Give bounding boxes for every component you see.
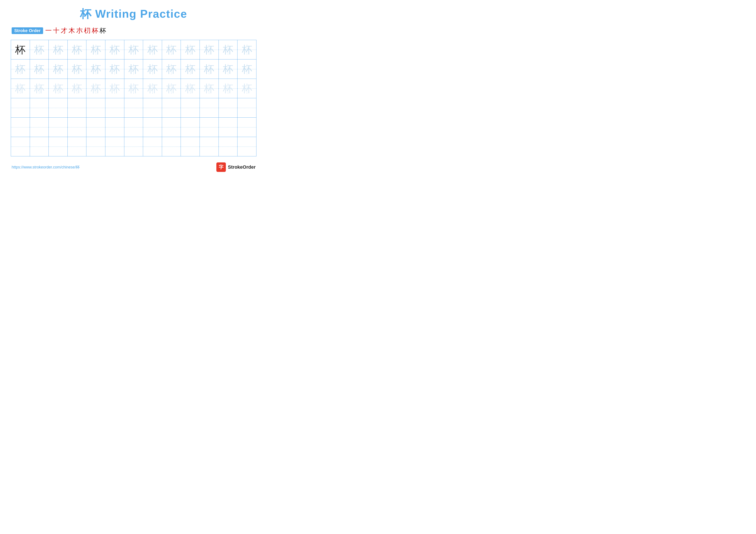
grid-cell[interactable] bbox=[143, 98, 162, 117]
grid-cell[interactable] bbox=[105, 137, 124, 156]
grid-cell[interactable] bbox=[11, 117, 30, 137]
grid-cell[interactable] bbox=[181, 98, 200, 117]
grid-cell[interactable] bbox=[124, 137, 143, 156]
grid-cell[interactable] bbox=[181, 137, 200, 156]
character-light: 杯 bbox=[204, 64, 214, 74]
grid-cell[interactable]: 杯 bbox=[143, 60, 162, 79]
grid-cell[interactable] bbox=[49, 98, 68, 117]
stroke-order-row: Stroke Order 一 十 才 木 朩 朷 杯 杯 bbox=[11, 26, 256, 35]
grid-cell[interactable]: 杯 bbox=[30, 60, 49, 79]
grid-cell[interactable] bbox=[143, 117, 162, 137]
grid-cell[interactable]: 杯 bbox=[181, 79, 200, 98]
grid-cell[interactable]: 杯 bbox=[11, 40, 30, 60]
grid-cell[interactable]: 杯 bbox=[11, 60, 30, 79]
grid-cell[interactable] bbox=[86, 98, 105, 117]
grid-cell[interactable]: 杯 bbox=[49, 79, 68, 98]
character-lighter: 杯 bbox=[91, 83, 101, 94]
grid-cell[interactable] bbox=[68, 117, 86, 137]
grid-cell[interactable] bbox=[11, 137, 30, 156]
grid-cell[interactable] bbox=[124, 117, 143, 137]
grid-cell[interactable]: 杯 bbox=[86, 60, 105, 79]
grid-cell[interactable] bbox=[86, 117, 105, 137]
stroke-step-8: 杯 bbox=[99, 26, 106, 35]
grid-cell[interactable] bbox=[11, 98, 30, 117]
character-light: 杯 bbox=[242, 45, 252, 55]
grid-cell[interactable]: 杯 bbox=[162, 40, 181, 60]
grid-cell[interactable] bbox=[200, 137, 219, 156]
grid-cell[interactable]: 杯 bbox=[105, 40, 124, 60]
grid-cell[interactable]: 杯 bbox=[86, 40, 105, 60]
grid-cell[interactable]: 杯 bbox=[124, 40, 143, 60]
grid-cell[interactable] bbox=[200, 98, 219, 117]
grid-cell[interactable] bbox=[68, 137, 86, 156]
stroke-step-7: 杯 bbox=[92, 26, 98, 35]
grid-cell[interactable] bbox=[86, 137, 105, 156]
stroke-step-6: 朷 bbox=[84, 26, 91, 35]
grid-cell[interactable]: 杯 bbox=[181, 60, 200, 79]
grid-cell[interactable]: 杯 bbox=[162, 79, 181, 98]
grid-cell[interactable]: 杯 bbox=[124, 79, 143, 98]
character-lighter: 杯 bbox=[185, 83, 196, 94]
grid-cell[interactable]: 杯 bbox=[162, 60, 181, 79]
grid-cell[interactable] bbox=[162, 137, 181, 156]
grid-cell[interactable] bbox=[200, 117, 219, 137]
grid-cell[interactable] bbox=[181, 117, 200, 137]
grid-cell[interactable]: 杯 bbox=[200, 60, 219, 79]
grid-cell[interactable] bbox=[30, 137, 49, 156]
character-light: 杯 bbox=[15, 64, 25, 74]
grid-cell[interactable]: 杯 bbox=[200, 40, 219, 60]
grid-cell[interactable] bbox=[162, 117, 181, 137]
grid-cell[interactable]: 杯 bbox=[49, 60, 68, 79]
grid-row-4 bbox=[11, 98, 256, 117]
grid-cell[interactable]: 杯 bbox=[68, 40, 86, 60]
grid-cell[interactable] bbox=[219, 137, 237, 156]
grid-cell[interactable]: 杯 bbox=[30, 40, 49, 60]
character-lighter: 杯 bbox=[109, 83, 120, 94]
grid-cell[interactable] bbox=[30, 98, 49, 117]
grid-cell[interactable]: 杯 bbox=[124, 60, 143, 79]
grid-cell[interactable] bbox=[105, 117, 124, 137]
character-light: 杯 bbox=[34, 45, 44, 55]
grid-cell[interactable]: 杯 bbox=[237, 40, 256, 60]
grid-cell[interactable] bbox=[49, 137, 68, 156]
grid-cell[interactable]: 杯 bbox=[237, 60, 256, 79]
grid-cell[interactable]: 杯 bbox=[219, 79, 237, 98]
grid-cell[interactable] bbox=[237, 98, 256, 117]
grid-cell[interactable]: 杯 bbox=[143, 79, 162, 98]
grid-cell[interactable]: 杯 bbox=[11, 79, 30, 98]
character-light: 杯 bbox=[185, 64, 196, 74]
grid-row-6 bbox=[11, 137, 256, 156]
grid-cell[interactable]: 杯 bbox=[68, 79, 86, 98]
character-lighter: 杯 bbox=[53, 83, 63, 94]
grid-cell[interactable] bbox=[237, 117, 256, 137]
grid-cell[interactable]: 杯 bbox=[49, 40, 68, 60]
grid-cell[interactable]: 杯 bbox=[30, 79, 49, 98]
grid-cell[interactable]: 杯 bbox=[86, 79, 105, 98]
grid-cell[interactable]: 杯 bbox=[181, 40, 200, 60]
grid-cell[interactable] bbox=[162, 98, 181, 117]
grid-cell[interactable] bbox=[237, 137, 256, 156]
grid-cell[interactable]: 杯 bbox=[200, 79, 219, 98]
footer-url[interactable]: https://www.strokeorder.com/chinese/杯 bbox=[12, 165, 80, 170]
grid-cell[interactable] bbox=[219, 98, 237, 117]
grid-cell[interactable]: 杯 bbox=[237, 79, 256, 98]
character-light: 杯 bbox=[185, 45, 196, 55]
grid-cell[interactable] bbox=[105, 98, 124, 117]
grid-cell[interactable]: 杯 bbox=[219, 40, 237, 60]
grid-cell[interactable] bbox=[30, 117, 49, 137]
grid-cell[interactable]: 杯 bbox=[105, 79, 124, 98]
character-light: 杯 bbox=[166, 64, 176, 74]
grid-cell[interactable]: 杯 bbox=[105, 60, 124, 79]
character-light: 杯 bbox=[128, 45, 139, 55]
stroke-step-2: 十 bbox=[53, 26, 60, 35]
grid-cell[interactable] bbox=[219, 117, 237, 137]
grid-cell[interactable]: 杯 bbox=[143, 40, 162, 60]
character-light: 杯 bbox=[91, 45, 101, 55]
grid-cell[interactable] bbox=[124, 98, 143, 117]
grid-cell[interactable]: 杯 bbox=[219, 60, 237, 79]
grid-cell[interactable] bbox=[49, 117, 68, 137]
grid-cell[interactable]: 杯 bbox=[68, 60, 86, 79]
grid-cell[interactable] bbox=[68, 98, 86, 117]
character-light: 杯 bbox=[223, 64, 233, 74]
grid-cell[interactable] bbox=[143, 137, 162, 156]
